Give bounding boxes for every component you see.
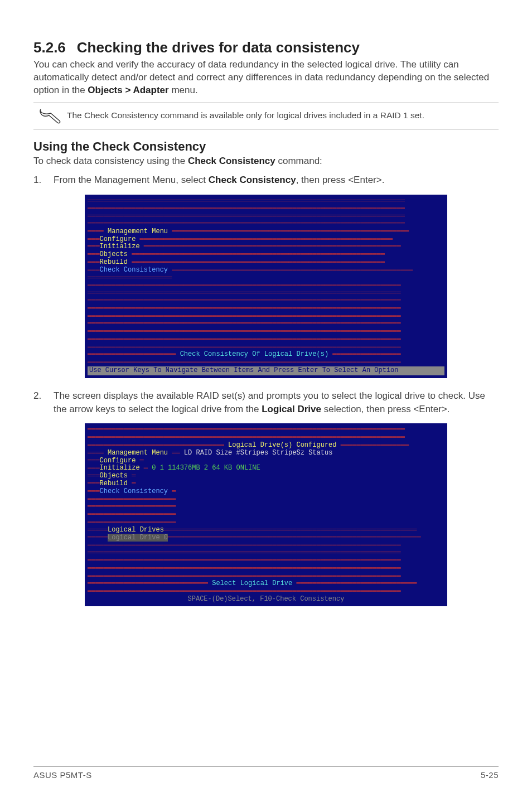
page-footer: ASUS P5MT-S 5-25 xyxy=(33,766,499,780)
note-icon xyxy=(33,108,67,124)
note-text: The Check Consistency command is availab… xyxy=(67,110,499,122)
terminal-footer-1: Use Cursor Keys To Navigate Between Item… xyxy=(88,366,444,375)
section-heading: 5.2.6Checking the drives for data consis… xyxy=(33,39,499,56)
footer-left: ASUS P5MT-S xyxy=(33,770,92,780)
terminal-screenshot-2: ════════════════════════════════════════… xyxy=(85,423,447,606)
intro-paragraph: You can check and verify the accuracy of… xyxy=(33,59,499,97)
step-2: 2. The screen displays the available RAI… xyxy=(33,389,499,416)
terminal-footer-2: SPACE-(De)Select, F10-Check Consistency xyxy=(188,595,345,603)
footer-right: 5-25 xyxy=(481,770,499,780)
section-title-text: Checking the drives for data consistency xyxy=(77,39,360,56)
subheading: Using the Check Consistency xyxy=(33,139,499,154)
subintro: To check data consistency using the Chec… xyxy=(33,155,499,168)
section-number: 5.2.6 xyxy=(33,39,66,56)
step-1: 1. From the Management Menu, select Chec… xyxy=(33,173,499,187)
note-block: The Check Consistency command is availab… xyxy=(33,103,499,129)
terminal-screenshot-1: ════════════════════════════════════════… xyxy=(85,195,447,378)
